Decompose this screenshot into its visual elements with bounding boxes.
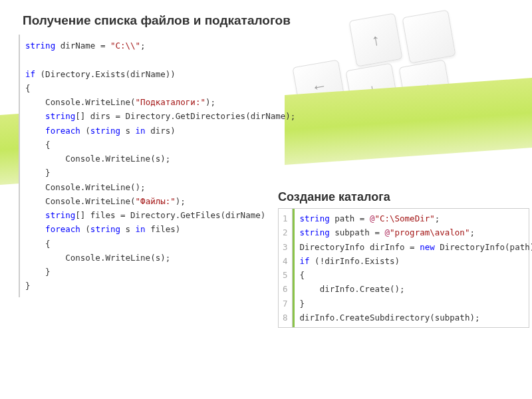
heading-create: Создание каталога bbox=[278, 190, 529, 204]
section-create-dir: Создание каталога 1 2 3 4 5 6 7 8 string… bbox=[278, 190, 529, 328]
code-create-dir: 1 2 3 4 5 6 7 8 string path = @"C:\SomeD… bbox=[278, 208, 529, 328]
code-body: string path = @"C:\SomeDir"; string subp… bbox=[293, 209, 532, 327]
code-listing-files: string dirName = "C:\\"; if (Directory.E… bbox=[19, 35, 285, 297]
heading-listing: Получение списка файлов и подкаталогов bbox=[23, 13, 513, 28]
line-number-gutter: 1 2 3 4 5 6 7 8 bbox=[279, 209, 293, 327]
